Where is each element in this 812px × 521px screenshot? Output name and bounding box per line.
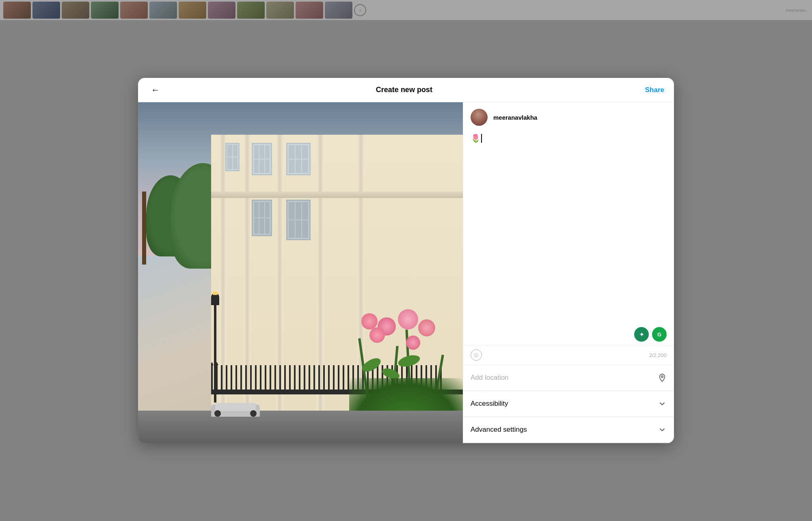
window-top-3 [286,143,311,175]
ai-assist-button[interactable]: ✦ [634,327,649,342]
divider-4 [463,443,674,443]
modal-overlay: ← Create new post Share [0,0,812,521]
building-facade [211,135,463,443]
accessibility-item[interactable]: Accessibility [463,391,674,417]
column-1 [219,135,227,443]
svg-point-0 [661,376,663,378]
text-cursor [481,134,482,143]
window-top-1 [225,143,240,171]
ai-star-icon: ✦ [639,331,644,338]
create-post-modal: ← Create new post Share [138,78,674,443]
ai-tools-row: ✦ G [463,324,674,345]
post-image [138,102,463,443]
post-image-panel [138,102,463,443]
username-label: meeranavlakha [493,114,537,121]
chevron-down-icon [658,399,667,408]
road [138,411,463,443]
window-top-2 [252,143,272,175]
user-section: meeranavlakha [463,102,674,132]
accessibility-right [658,399,667,408]
column-2 [244,135,251,443]
back-arrow-icon: ← [151,85,160,95]
share-button[interactable]: Share [645,86,664,94]
car [211,400,260,421]
back-button[interactable]: ← [148,82,163,99]
tree-trunk-left [142,192,146,265]
add-location-label: Add location [471,374,509,382]
caption-toolbar: ☺ 2/2,200 [463,345,674,365]
advanced-settings-label: Advanced settings [471,426,527,434]
emoji-smiley-icon: ☺ [473,351,479,359]
modal-header: ← Create new post Share [138,78,674,102]
avatar-image [471,109,488,126]
window-mid-2 [286,200,311,240]
window-mid-1 [252,200,272,236]
accessibility-label: Accessibility [471,400,508,408]
chevron-down-icon-2 [658,425,667,434]
char-count-label: 2/2,200 [649,352,667,358]
location-pin-icon [658,373,667,382]
add-location-item[interactable]: Add location [463,365,674,391]
caption-emoji-line: 🌷 [471,132,667,144]
grammarly-button[interactable]: G [652,327,667,342]
advanced-settings-right [658,425,667,434]
avatar [471,109,488,126]
caption-area: 🌷 [463,132,674,324]
cornice [211,192,463,198]
advanced-settings-item[interactable]: Advanced settings [463,417,674,443]
street-lamp [211,289,219,403]
grammarly-icon: G [657,332,661,338]
emoji-picker-button[interactable]: ☺ [471,349,482,361]
column-4 [317,135,324,443]
flowers [349,305,463,419]
modal-body: meeranavlakha 🌷 ✦ G [138,102,674,443]
add-location-right [658,373,667,382]
right-panel: meeranavlakha 🌷 ✦ G [463,102,674,443]
modal-title: Create new post [376,86,432,94]
caption-emoji: 🌷 [471,132,481,144]
column-3 [276,135,283,443]
